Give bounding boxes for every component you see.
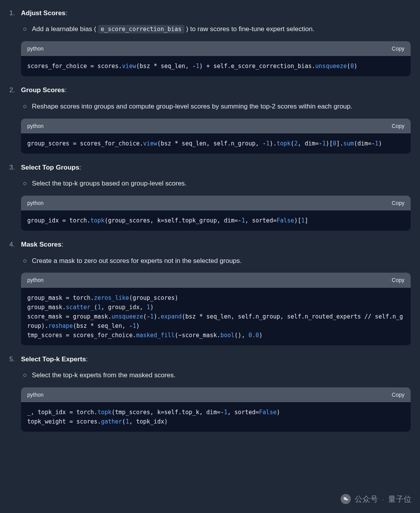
code-content: group_mask = torch.zeros_like(group_scor…: [21, 288, 411, 345]
code-content: group_scores = scores_for_choice.view(bs…: [21, 133, 411, 154]
step-item: Mask Scores:Create a mask to zero out sc…: [9, 239, 411, 345]
code-language-label: python: [27, 390, 44, 399]
step-title-colon: :: [79, 164, 81, 171]
step-bullet: Reshape scores into groups and compute g…: [21, 101, 411, 112]
step-bullet: Add a learnable bias ( e_score_correctio…: [21, 24, 411, 35]
step-title: Select Top-k Experts: [21, 355, 86, 363]
step-item: Adjust Scores:Add a learnable bias ( e_s…: [9, 8, 411, 76]
code-language-label: python: [27, 122, 44, 130]
step-bullet: Select the top-k experts from the masked…: [21, 370, 411, 381]
step-title: Adjust Scores: [21, 9, 65, 17]
step-title-colon: :: [65, 9, 67, 17]
step-title: Select Top Groups: [21, 164, 79, 171]
bullet-text-pre: Add a learnable bias (: [32, 25, 98, 33]
step-title: Group Scores: [21, 86, 65, 94]
copy-button[interactable]: Copy: [392, 390, 404, 399]
bullet-text-pre: Create a mask to zero out scores for exp…: [32, 257, 242, 264]
code-block: pythonCopygroup_mask = torch.zeros_like(…: [21, 273, 411, 345]
inline-code: e_score_correction_bias: [98, 25, 184, 33]
code-block: pythonCopy_, topk_idx = torch.topk(tmp_s…: [21, 387, 411, 432]
copy-button[interactable]: Copy: [392, 276, 404, 284]
bullet-text-pre: Reshape scores into groups and compute g…: [32, 103, 352, 110]
code-content: group_idx = torch.topk(group_scores, k=s…: [21, 210, 411, 231]
step-item: Select Top Groups:Select the top-k group…: [9, 162, 411, 231]
step-item: Group Scores:Reshape scores into groups …: [9, 85, 411, 153]
code-content: scores_for_choice = scores.view(bsz * se…: [21, 56, 411, 76]
step-bullet: Create a mask to zero out scores for exp…: [21, 256, 411, 267]
step-title-colon: :: [86, 355, 88, 363]
step-title-colon: :: [65, 86, 66, 94]
copy-button[interactable]: Copy: [392, 199, 404, 207]
copy-button[interactable]: Copy: [392, 122, 404, 130]
code-content: _, topk_idx = torch.topk(tmp_scores, k=s…: [21, 402, 411, 432]
copy-button[interactable]: Copy: [392, 44, 404, 53]
bullet-text-pre: Select the top-k experts from the masked…: [32, 371, 175, 379]
step-title-colon: :: [61, 241, 63, 248]
step-bullet: Select the top-k groups based on group-l…: [21, 178, 411, 189]
bullet-text-post: ) to raw scores to fine-tune expert sele…: [184, 25, 315, 33]
code-block: pythonCopygroup_idx = torch.topk(group_s…: [21, 196, 411, 231]
code-block: pythonCopygroup_scores = scores_for_choi…: [21, 119, 411, 154]
code-language-label: python: [27, 199, 44, 207]
code-language-label: python: [27, 44, 44, 53]
code-language-label: python: [27, 276, 44, 284]
step-item: Select Top-k Experts:Select the top-k ex…: [9, 354, 411, 432]
bullet-text-pre: Select the top-k groups based on group-l…: [32, 180, 187, 187]
step-title: Mask Scores: [21, 241, 61, 248]
code-block: pythonCopyscores_for_choice = scores.vie…: [21, 41, 411, 76]
